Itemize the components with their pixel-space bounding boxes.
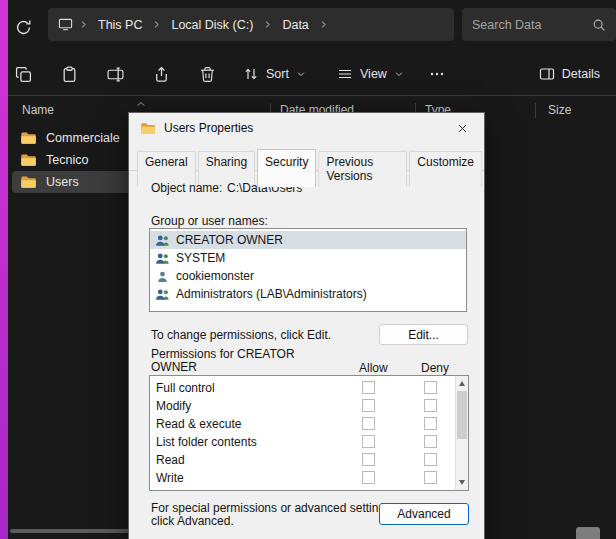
- horizontal-scrollbar-thumb[interactable]: [10, 529, 146, 533]
- share-button[interactable]: [142, 57, 180, 91]
- allow-checkbox[interactable]: [362, 453, 375, 466]
- breadcrumb-local-disk-c[interactable]: Local Disk (C:): [167, 16, 257, 34]
- copy-button[interactable]: [4, 57, 42, 91]
- edit-hint-text: To change permissions, click Edit.: [151, 328, 331, 342]
- deny-checkbox[interactable]: [424, 471, 437, 484]
- trash-icon: [199, 66, 216, 83]
- chevron-down-icon: [296, 69, 306, 79]
- edit-button[interactable]: Edit...: [379, 324, 468, 345]
- search-icon: [592, 18, 606, 32]
- permission-row-list-folder-contents[interactable]: List folder contents: [150, 433, 468, 451]
- address-bar[interactable]: This PC Local Disk (C:) Data: [48, 8, 454, 41]
- group-user-listbox: CREATOR OWNER SYSTEM cookiemonster: [149, 228, 467, 312]
- sort-ascending-icon: [136, 100, 146, 108]
- sort-icon: [243, 66, 259, 82]
- scroll-up-icon[interactable]: [459, 381, 465, 386]
- ellipsis-icon: [429, 66, 445, 82]
- deny-checkbox[interactable]: [424, 381, 437, 394]
- permission-row-read[interactable]: Read: [150, 451, 468, 469]
- advanced-hint-text: For special permissions or advanced sett…: [151, 502, 394, 527]
- sort-label: Sort: [266, 67, 289, 81]
- deny-checkbox[interactable]: [424, 435, 437, 448]
- allow-checkbox[interactable]: [362, 417, 375, 430]
- chevron-right-icon[interactable]: [318, 19, 329, 30]
- user-name: SYSTEM: [176, 251, 225, 265]
- file-explorer-window: This PC Local Disk (C:) Data: [0, 0, 616, 539]
- refresh-button[interactable]: [10, 14, 36, 40]
- permission-name: Write: [156, 471, 184, 485]
- deny-checkbox[interactable]: [424, 399, 437, 412]
- search-input[interactable]: [472, 18, 586, 32]
- file-name: Commerciale: [46, 131, 120, 145]
- close-icon: [457, 123, 468, 134]
- permission-row-write[interactable]: Write: [150, 469, 468, 487]
- tab-security[interactable]: Security: [257, 149, 316, 187]
- group-icon: [155, 288, 170, 301]
- permissions-for-label: Permissions for CREATOR OWNER: [151, 348, 301, 374]
- scrollbar-thumb[interactable]: [457, 391, 467, 439]
- permission-name: List folder contents: [156, 435, 257, 449]
- details-pane-icon: [539, 66, 555, 82]
- user-row-administrators[interactable]: Administrators (LAB\Administrators): [150, 285, 466, 303]
- details-label: Details: [562, 67, 600, 81]
- search-box[interactable]: [462, 8, 616, 41]
- column-header-size[interactable]: Size: [548, 103, 571, 117]
- view-label: View: [360, 67, 387, 81]
- group-or-user-names-label: Group or user names:: [151, 214, 268, 228]
- chevron-down-icon: [394, 69, 404, 79]
- allow-checkbox[interactable]: [362, 471, 375, 484]
- properties-dialog: Users Properties General Sharing Securit…: [128, 112, 485, 539]
- folder-icon: [20, 175, 37, 189]
- permission-row-full-control[interactable]: Full control: [150, 379, 468, 397]
- column-divider[interactable]: [535, 103, 536, 118]
- allow-checkbox[interactable]: [362, 435, 375, 448]
- advanced-hint-line1: For special permissions or advanced sett…: [151, 502, 394, 515]
- advanced-button[interactable]: Advanced: [379, 503, 469, 525]
- advanced-hint-line2: click Advanced.: [151, 515, 394, 528]
- tab-previous-versions[interactable]: Previous Versions: [318, 151, 407, 187]
- user-name: cookiemonster: [176, 269, 254, 283]
- user-row-cookiemonster[interactable]: cookiemonster: [150, 267, 466, 285]
- breadcrumb-data[interactable]: Data: [278, 16, 312, 34]
- share-icon: [153, 66, 170, 83]
- this-pc-icon: [58, 17, 73, 32]
- permission-row-modify[interactable]: Modify: [150, 397, 468, 415]
- allow-checkbox[interactable]: [362, 381, 375, 394]
- user-row-system[interactable]: SYSTEM: [150, 249, 466, 267]
- background-window-artifact: [576, 527, 600, 539]
- chevron-right-icon[interactable]: [151, 19, 162, 30]
- group-icon: [155, 234, 170, 247]
- user-name: CREATOR OWNER: [176, 233, 283, 247]
- vertical-scrollbar[interactable]: [455, 376, 468, 490]
- delete-button[interactable]: [188, 57, 226, 91]
- user-name: Administrators (LAB\Administrators): [176, 287, 367, 301]
- allow-checkbox[interactable]: [362, 399, 375, 412]
- deny-checkbox[interactable]: [424, 453, 437, 466]
- paste-icon: [61, 66, 78, 83]
- deny-checkbox[interactable]: [424, 417, 437, 430]
- paste-button[interactable]: [50, 57, 88, 91]
- folder-icon: [20, 131, 37, 145]
- folder-icon: [140, 122, 156, 135]
- chevron-right-icon[interactable]: [78, 19, 89, 30]
- chevron-right-icon[interactable]: [262, 19, 273, 30]
- toolbar-divider: [8, 95, 616, 96]
- toolbar: [4, 57, 226, 91]
- view-dropdown[interactable]: View: [328, 58, 413, 90]
- column-header-name[interactable]: Name: [22, 103, 54, 117]
- more-options-button[interactable]: [420, 60, 454, 88]
- breadcrumb-this-pc[interactable]: This PC: [94, 16, 146, 34]
- close-button[interactable]: [447, 117, 477, 139]
- view-icon: [337, 66, 353, 82]
- permission-name: Read & execute: [156, 417, 241, 431]
- details-pane-button[interactable]: Details: [529, 58, 610, 90]
- sort-dropdown[interactable]: Sort: [234, 58, 315, 90]
- user-row-creator-owner[interactable]: CREATOR OWNER: [150, 231, 466, 249]
- rename-button[interactable]: [96, 57, 134, 91]
- deny-column-label: Deny: [421, 361, 449, 375]
- scroll-down-icon[interactable]: [459, 480, 465, 485]
- permission-row-read-execute[interactable]: Read & execute: [150, 415, 468, 433]
- user-icon: [155, 270, 170, 283]
- dialog-titlebar[interactable]: Users Properties: [129, 113, 484, 143]
- tab-customize[interactable]: Customize: [409, 151, 482, 187]
